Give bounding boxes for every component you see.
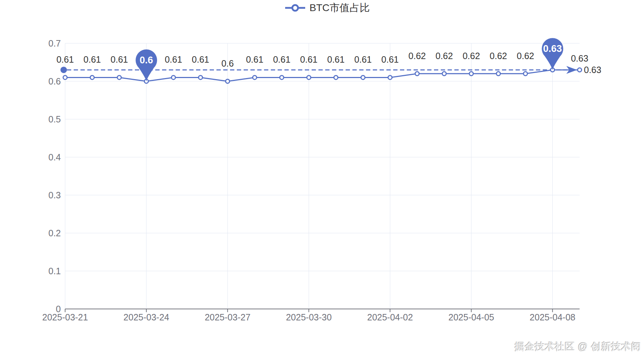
y-axis-label: 0.1 — [48, 266, 61, 276]
max-mark-pin-label: 0.63 — [543, 43, 562, 54]
mark-line-start-circle — [60, 67, 67, 73]
data-point[interactable] — [63, 76, 67, 79]
legend-label: BTC市值占比 — [309, 1, 370, 14]
legend-item-btc-share[interactable]: BTC市值占比 — [284, 1, 370, 14]
y-axis-label: 0.5 — [48, 114, 61, 124]
data-point-label: 0.61 — [192, 54, 209, 64]
data-point[interactable] — [496, 72, 500, 76]
data-point[interactable] — [361, 76, 365, 79]
y-axis-label: 0.2 — [48, 228, 61, 238]
data-point-label: 0.61 — [273, 54, 291, 64]
data-point[interactable] — [442, 72, 446, 76]
data-point-label: 0.61 — [57, 54, 74, 64]
data-point[interactable] — [253, 76, 257, 79]
x-axis-label: 2025-04-02 — [367, 312, 413, 322]
data-point-label: 0.61 — [165, 54, 182, 64]
data-point-label: 0.62 — [490, 51, 507, 61]
data-point-label: 0.62 — [517, 51, 534, 61]
data-point-label: 0.62 — [409, 51, 426, 61]
x-axis-label: 2025-04-08 — [530, 312, 575, 322]
mark-line-end-label: 0.63 — [584, 65, 601, 75]
data-point-label: 0.61 — [354, 54, 372, 64]
data-point[interactable] — [334, 76, 338, 79]
y-axis-label: 0.3 — [48, 190, 61, 200]
watermark-text: 掘金技术社区 @ 创新技术阁 — [515, 340, 641, 353]
data-point[interactable] — [388, 76, 392, 79]
data-point-label: 0.61 — [83, 54, 101, 64]
data-point-label: 0.62 — [435, 51, 453, 61]
data-point[interactable] — [117, 76, 121, 79]
data-point-label: 0.63 — [571, 53, 589, 63]
data-point-label: 0.61 — [381, 54, 399, 64]
data-point[interactable] — [171, 76, 175, 79]
x-axis-label: 2025-03-24 — [123, 312, 169, 322]
data-point[interactable] — [307, 76, 311, 79]
y-axis-label: 0.4 — [48, 152, 61, 162]
x-axis-label: 2025-04-05 — [448, 312, 494, 322]
data-point-label: 0.61 — [300, 54, 318, 64]
data-point[interactable] — [523, 72, 527, 76]
data-point[interactable] — [280, 76, 284, 79]
data-point[interactable] — [90, 76, 94, 79]
data-point[interactable] — [578, 68, 582, 72]
data-point[interactable] — [199, 76, 203, 79]
data-point-label: 0.62 — [463, 51, 480, 61]
line-series-legend-icon — [284, 3, 306, 13]
data-point[interactable] — [415, 72, 419, 76]
data-point-label: 0.61 — [246, 54, 263, 64]
y-axis-label: 0.7 — [48, 38, 61, 48]
data-point-label: 0.61 — [111, 54, 128, 64]
y-axis-label: 0.6 — [48, 76, 61, 86]
chart-canvas: 00.10.20.30.40.50.60.72025-03-212025-03-… — [0, 0, 644, 358]
x-axis-label: 2025-03-30 — [286, 312, 332, 322]
data-point-label: 0.6 — [221, 58, 234, 68]
x-axis-label: 2025-03-21 — [42, 312, 88, 322]
data-point[interactable] — [226, 79, 230, 83]
min-mark-pin-label: 0.6 — [140, 55, 153, 66]
x-axis-label: 2025-03-27 — [205, 312, 250, 322]
data-point-label: 0.61 — [327, 54, 345, 64]
data-point[interactable] — [469, 72, 473, 76]
